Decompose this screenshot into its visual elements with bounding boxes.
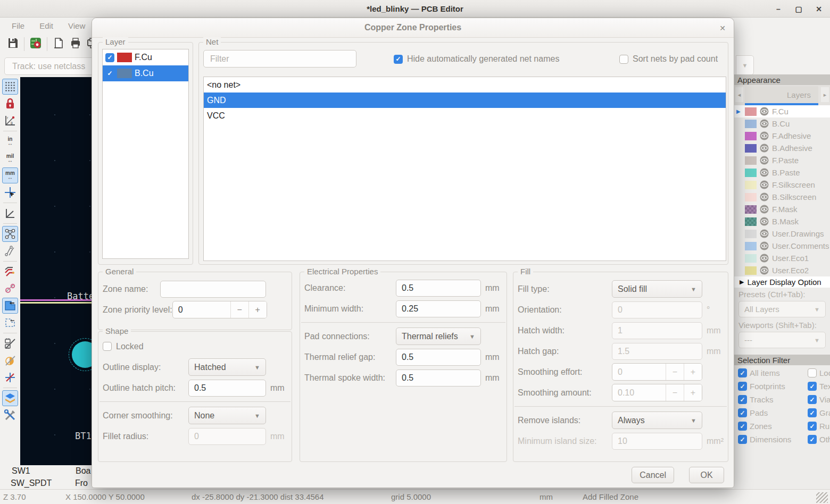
dropdown-select[interactable]: None▼ xyxy=(188,407,266,424)
checkbox-checked-icon[interactable]: ✓ xyxy=(808,382,817,391)
zone-outline-icon[interactable] xyxy=(2,315,18,331)
pcb-canvas[interactable]: Batte BT1 xyxy=(20,77,92,465)
layer-selector-combo[interactable]: ▼ xyxy=(736,55,754,75)
appearance-layer-row[interactable]: F.Paste xyxy=(734,154,830,166)
pads-icon[interactable] xyxy=(2,352,18,368)
tab-layers[interactable]: Layers xyxy=(745,86,818,103)
checkbox-checked-icon[interactable]: ✓ xyxy=(105,69,114,78)
net-filter-input[interactable] xyxy=(203,50,356,68)
checkbox-checked-icon[interactable]: ✓ xyxy=(808,435,817,444)
sort-nets-checkbox[interactable]: Sort nets by pad count xyxy=(619,54,718,64)
layer-list-item[interactable]: ✓F.Cu xyxy=(103,49,188,65)
mm-icon[interactable]: mm↔ xyxy=(2,167,18,183)
appearance-layer-row[interactable]: User.Comments xyxy=(734,240,830,252)
eye-icon[interactable] xyxy=(760,156,769,165)
maximize-icon[interactable]: ▢ xyxy=(793,3,804,15)
via-cross-icon[interactable] xyxy=(2,369,18,385)
filter-vias[interactable]: ✓Vias xyxy=(808,395,830,404)
eye-icon[interactable] xyxy=(760,119,769,128)
appearance-layer-row[interactable]: User.Eco1 xyxy=(734,252,830,264)
spin-increment-button[interactable]: + xyxy=(248,301,267,318)
appearance-layer-row[interactable]: F.Adhesive xyxy=(734,130,830,142)
eye-icon[interactable] xyxy=(760,131,769,140)
dropdown-select[interactable]: Thermal reliefs▼ xyxy=(396,327,481,345)
value-input[interactable]: 0.5 xyxy=(396,349,481,366)
print-button[interactable] xyxy=(67,36,84,53)
filter-tracks[interactable]: ✓Tracks xyxy=(738,395,773,404)
appearance-layer-row[interactable]: User.Drawings xyxy=(734,228,830,240)
eye-icon[interactable] xyxy=(760,192,769,201)
value-input[interactable]: 0.5 xyxy=(188,380,266,397)
layer-list-item[interactable]: ✓B.Cu xyxy=(103,65,188,81)
appearance-layer-row[interactable]: B.Adhesive xyxy=(734,142,830,154)
spin-control[interactable]: 0−+ xyxy=(172,301,267,318)
checkbox-checked-icon[interactable]: ✓ xyxy=(738,382,747,391)
polar-coords-icon[interactable]: rθ xyxy=(2,113,18,129)
window-titlebar[interactable]: *led_blinky — PCB Editor – ▢ ✕ xyxy=(0,0,830,18)
checkbox-unchecked-icon[interactable] xyxy=(103,342,112,351)
plot-button[interactable] xyxy=(50,36,67,53)
filter-lock[interactable]: Lock xyxy=(808,368,830,377)
tools-icon[interactable] xyxy=(2,407,18,423)
filter-grap[interactable]: ✓Grap xyxy=(808,408,830,417)
spin-value[interactable]: 0 xyxy=(173,301,230,318)
value-input[interactable]: 0.25 xyxy=(396,300,481,317)
mil-icon[interactable]: mil↔ xyxy=(2,150,18,166)
filter-footprints[interactable]: ✓Footprints xyxy=(738,382,785,391)
eye-icon[interactable] xyxy=(760,217,769,226)
menu-file[interactable]: File xyxy=(5,20,31,32)
eye-icon[interactable] xyxy=(760,107,769,116)
value-input[interactable]: 0.5 xyxy=(396,280,481,297)
dialog-titlebar[interactable]: Copper Zone Properties ✕ xyxy=(92,18,734,38)
eye-icon[interactable] xyxy=(760,229,769,238)
appearance-layer-row[interactable]: F.Silkscreen xyxy=(734,179,830,191)
dropdown-select[interactable]: Hatched▼ xyxy=(188,358,266,376)
filter-zones[interactable]: ✓Zones xyxy=(738,422,772,431)
curved-ratsnest-icon[interactable] xyxy=(2,243,18,259)
value-input[interactable]: 0.5 xyxy=(396,369,481,387)
board-setup-button[interactable] xyxy=(27,36,44,53)
menu-edit[interactable]: Edit xyxy=(33,20,60,32)
footprints-icon[interactable] xyxy=(2,335,18,351)
appearance-layer-row[interactable]: B.Mask xyxy=(734,215,830,228)
ratsnest-icon[interactable] xyxy=(2,226,18,242)
checkbox-checked-icon[interactable]: ✓ xyxy=(738,408,747,417)
appearance-layer-row[interactable]: ▶F.Cu xyxy=(734,105,830,117)
appearance-layer-row[interactable]: B.Silkscreen xyxy=(734,191,830,203)
checkbox-checked-icon[interactable]: ✓ xyxy=(738,395,747,404)
cursor-icon[interactable] xyxy=(2,184,18,200)
angle-icon[interactable] xyxy=(2,205,18,221)
filter-all-items[interactable]: ✓All items xyxy=(738,368,780,377)
eye-icon[interactable] xyxy=(760,144,769,153)
ok-button[interactable]: OK xyxy=(689,467,724,483)
minimize-icon[interactable]: – xyxy=(773,3,784,15)
resize-grip[interactable] xyxy=(816,492,828,503)
cancel-button[interactable]: Cancel xyxy=(632,467,674,483)
vias-icon[interactable] xyxy=(2,281,18,297)
net-list-item[interactable]: GND xyxy=(204,93,726,108)
net-list-item[interactable]: <no net> xyxy=(204,77,726,93)
checkbox-checked-icon[interactable]: ✓ xyxy=(808,408,817,417)
dropdown-select[interactable]: Solid fill▼ xyxy=(612,280,702,298)
appearance-layer-row[interactable]: B.Cu xyxy=(734,117,830,130)
checkbox-checked-icon[interactable]: ✓ xyxy=(808,422,817,431)
eye-icon[interactable] xyxy=(760,266,769,275)
filter-dimensions[interactable]: ✓Dimensions xyxy=(738,435,791,444)
checkbox-unchecked-icon[interactable] xyxy=(808,368,817,377)
inch-icon[interactable]: in↔ xyxy=(2,133,18,149)
eye-icon[interactable] xyxy=(760,168,769,177)
eye-icon[interactable] xyxy=(760,180,769,189)
dropdown-select[interactable]: Always▼ xyxy=(612,411,702,429)
checkbox-checked-icon[interactable]: ✓ xyxy=(105,53,114,62)
tracks-icon[interactable] xyxy=(2,264,18,280)
save-button[interactable] xyxy=(4,36,21,53)
close-icon[interactable]: ✕ xyxy=(813,3,825,15)
checkbox-checked-icon[interactable]: ✓ xyxy=(808,395,817,404)
appearance-layer-row[interactable]: B.Paste xyxy=(734,166,830,179)
eye-icon[interactable] xyxy=(760,205,769,214)
dialog-close-icon[interactable]: ✕ xyxy=(717,22,728,34)
tab-scroll-right-icon[interactable]: ▸ xyxy=(821,87,829,102)
filter-pads[interactable]: ✓Pads xyxy=(738,408,768,417)
layer-display-options-expander[interactable]: ▶ Layer Display Option xyxy=(734,276,830,288)
eye-icon[interactable] xyxy=(760,254,769,263)
